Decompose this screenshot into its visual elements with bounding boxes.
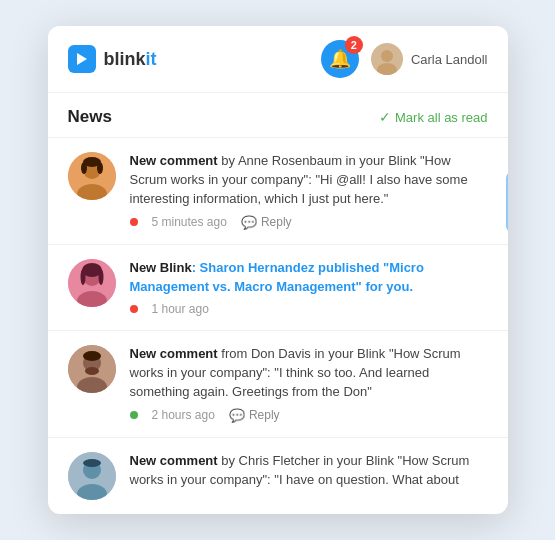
notification-content: New Blink: Sharon Hernandez published "M… [130,259,488,317]
notification-time: 1 hour ago [152,302,209,316]
user-info: Carla Landoll [371,43,488,75]
avatar [68,152,116,200]
notification-bold: New comment [130,453,218,468]
list-item: New comment by Anne Rosenbaum in your Bl… [48,137,508,244]
mark-all-read-button[interactable]: ✓ Mark all as read [379,109,487,125]
bell-badge: 2 [345,36,363,54]
reply-button[interactable]: 💬 Reply [229,408,280,423]
svg-point-7 [81,162,87,174]
notification-content: New comment by Anne Rosenbaum in your Bl… [130,152,488,230]
list-item: New comment by Chris Fletcher in your Bl… [48,437,508,514]
topbar: blinkit 🔔 2 Carla Landoll [48,26,508,93]
section-title: News [68,107,112,127]
svg-point-23 [83,459,101,467]
read-dot [130,411,138,419]
notification-text: New comment by Anne Rosenbaum in your Bl… [130,152,488,209]
reply-icon: 💬 [229,408,245,423]
reply-icon: 💬 [241,215,257,230]
unread-dot [130,218,138,226]
list-item: New comment from Don Davis in your Blink… [48,330,508,437]
avatar [68,259,116,307]
svg-point-1 [381,50,393,62]
logo-accent: it [146,49,157,69]
reply-label: Reply [249,408,280,422]
avatar [68,345,116,393]
topbar-right: 🔔 2 Carla Landoll [321,40,488,78]
user-name: Carla Landoll [411,52,488,67]
avatar [68,452,116,500]
reply-label: Reply [261,215,292,229]
notification-meta: 5 minutes ago 💬 Reply [130,215,488,230]
mark-all-read-label: Mark all as read [395,110,487,125]
svg-point-8 [97,162,103,174]
unread-dot [130,305,138,313]
notification-content: New comment by Chris Fletcher in your Bl… [130,452,488,490]
svg-point-2 [377,63,397,75]
svg-marker-0 [77,53,87,65]
logo: blinkit [68,45,157,73]
svg-point-18 [83,351,101,361]
notification-card: blinkit 🔔 2 Carla Landoll [48,26,508,514]
notification-meta: 1 hour ago [130,302,488,316]
notification-text: New comment from Don Davis in your Blink… [130,345,488,402]
notification-text: New Blink: Sharon Hernandez published "M… [130,259,488,297]
svg-point-13 [80,269,85,285]
notification-list: New comment by Anne Rosenbaum in your Bl… [48,137,508,514]
svg-point-14 [98,269,103,285]
checkmark-icon: ✓ [379,109,391,125]
svg-point-19 [85,367,99,375]
bell-wrapper: 🔔 2 [321,40,359,78]
list-item: New Blink: Sharon Hernandez published "M… [48,244,508,331]
notification-text: New comment by Chris Fletcher in your Bl… [130,452,488,490]
logo-text: blinkit [104,49,157,70]
notification-bold: New comment [130,346,218,361]
notification-meta: 2 hours ago 💬 Reply [130,408,488,423]
section-header: News ✓ Mark all as read [48,93,508,137]
avatar [371,43,403,75]
logo-icon [68,45,96,73]
notification-time: 5 minutes ago [152,215,227,229]
notification-content: New comment from Don Davis in your Blink… [130,345,488,423]
notification-bold: New Blink [130,260,192,275]
notification-bold: New comment [130,153,218,168]
reply-button[interactable]: 💬 Reply [241,215,292,230]
notification-time: 2 hours ago [152,408,215,422]
